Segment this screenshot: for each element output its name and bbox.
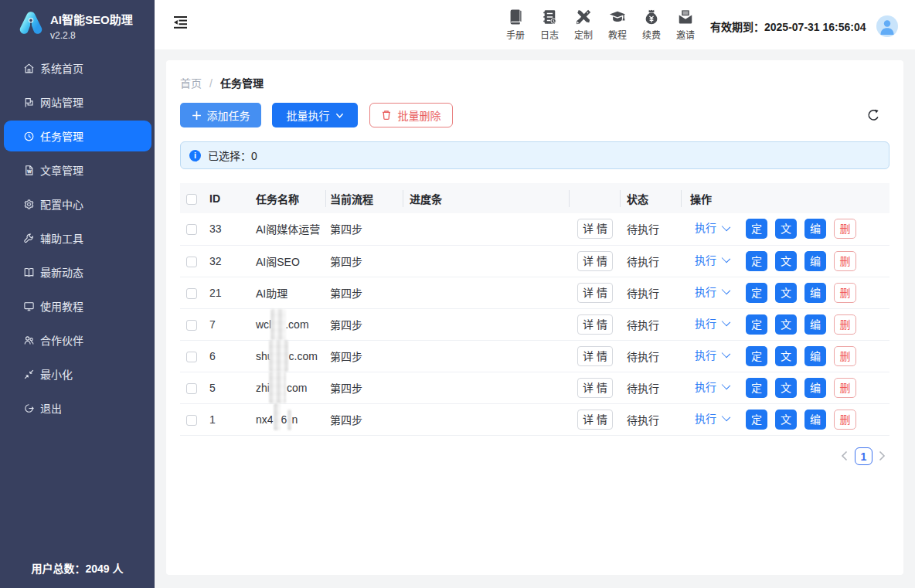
svg-text:W: W	[27, 168, 32, 173]
